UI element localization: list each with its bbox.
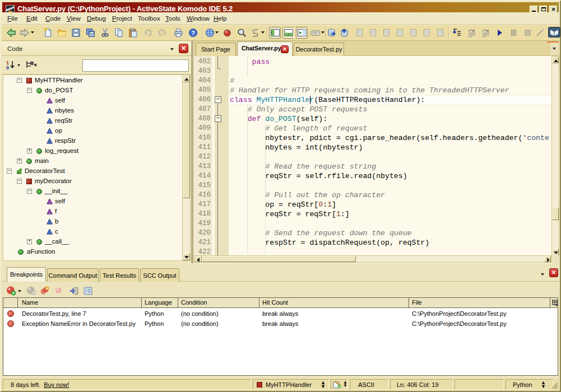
svg-text:9: 9 [6,65,9,71]
svg-text:?: ? [191,30,195,36]
